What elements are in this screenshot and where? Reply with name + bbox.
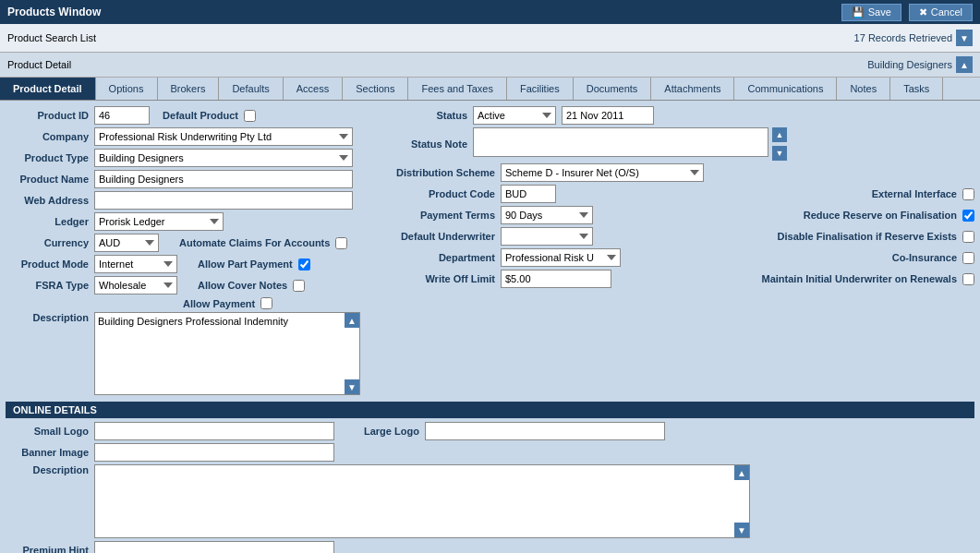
collapse-button[interactable]: ▲: [956, 56, 973, 73]
tab-attachments[interactable]: Attachments: [651, 78, 734, 100]
product-mode-label: Product Mode: [6, 258, 89, 270]
product-id-row: Product ID Default Product: [6, 106, 375, 125]
breadcrumb-title: Product Detail: [7, 59, 71, 70]
tab-documents[interactable]: Documents: [574, 78, 652, 100]
premium-hint-input[interactable]: [94, 541, 334, 553]
ledger-select[interactable]: Prorisk Ledger: [94, 212, 224, 231]
tab-fees-taxes[interactable]: Fees and Taxes: [408, 78, 506, 100]
distribution-scheme-label: Distribution Scheme: [384, 167, 495, 178]
payment-terms-label: Payment Terms: [384, 210, 495, 221]
company-select[interactable]: Professional Risk Underwriting Pty Ltd: [94, 127, 353, 146]
status-date-input[interactable]: [562, 106, 654, 125]
small-logo-label: Small Logo: [6, 426, 89, 437]
distribution-scheme-select[interactable]: Scheme D - Insurer Net (O/S): [501, 163, 704, 182]
currency-select[interactable]: AUD: [94, 234, 159, 252]
window-title: Products Window: [7, 6, 101, 18]
allow-payment-checkbox[interactable]: [260, 297, 272, 309]
allow-cover-notes-checkbox[interactable]: [293, 280, 305, 292]
tab-sections[interactable]: Sections: [343, 78, 408, 100]
description-area: Building Designers Professional Indemnit…: [94, 312, 360, 395]
distribution-scheme-row: Distribution Scheme Scheme D - Insurer N…: [384, 163, 974, 182]
product-id-input[interactable]: [94, 106, 150, 125]
premium-hint-label: Premium Hint: [6, 545, 89, 553]
status-label: Status: [384, 110, 467, 121]
large-logo-input[interactable]: [425, 422, 665, 440]
online-description-area: ▲ ▼: [94, 464, 750, 538]
product-name-label: Product Name: [6, 174, 89, 185]
product-mode-row: Product Mode Internet Allow Part Payment: [6, 255, 375, 273]
product-type-select[interactable]: Building Designers: [94, 149, 353, 167]
tab-brokers[interactable]: Brokers: [158, 78, 220, 100]
department-label: Department: [384, 252, 495, 263]
product-name-input[interactable]: [94, 170, 353, 188]
default-underwriter-row: Default Underwriter Disable Finalisation…: [384, 227, 974, 246]
automate-claims-checkbox[interactable]: [335, 237, 347, 249]
tab-tasks[interactable]: Tasks: [890, 78, 943, 100]
breadcrumb-right: Building Designers ▲: [867, 56, 973, 73]
product-id-label: Product ID: [6, 110, 89, 121]
breadcrumb-context: Building Designers: [867, 59, 952, 70]
product-type-row: Product Type Building Designers: [6, 149, 375, 167]
status-note-input[interactable]: [473, 127, 768, 157]
description-label: Description: [6, 312, 89, 323]
tab-access[interactable]: Access: [284, 78, 343, 100]
tab-product-detail[interactable]: Product Detail: [0, 78, 96, 100]
company-row: Company Professional Risk Underwriting P…: [6, 127, 375, 146]
currency-row: Currency AUD Automate Claims For Account…: [6, 234, 375, 252]
cancel-icon: ✖: [919, 6, 927, 18]
allow-payment-text-label: Allow Payment: [183, 298, 255, 309]
small-logo-input[interactable]: [94, 422, 334, 440]
ledger-label: Ledger: [6, 216, 89, 227]
cancel-button[interactable]: ✖ Cancel: [909, 4, 973, 21]
default-product-checkbox[interactable]: [244, 110, 256, 122]
desc-scroll-up-button[interactable]: ▲: [345, 313, 359, 328]
large-logo-label: Large Logo: [364, 426, 419, 437]
product-code-input[interactable]: [501, 185, 556, 203]
online-desc-scroll-down[interactable]: ▼: [734, 523, 749, 537]
description-text: Building Designers Professional Indemnit…: [95, 313, 359, 330]
fsra-type-select[interactable]: Wholesale: [94, 276, 177, 295]
tab-notes[interactable]: Notes: [837, 78, 890, 100]
write-off-limit-input[interactable]: [501, 270, 611, 288]
tab-facilities[interactable]: Facilities: [507, 78, 574, 100]
disable-finalisation-checkbox[interactable]: [962, 231, 974, 243]
tab-bar: Product Detail Options Brokers Defaults …: [0, 78, 980, 101]
allow-part-payment-checkbox[interactable]: [298, 258, 310, 270]
title-bar: Products Window 💾 Save ✖ Cancel: [0, 0, 980, 24]
expand-button[interactable]: ▼: [956, 30, 973, 46]
online-description-label: Description: [6, 464, 89, 475]
default-underwriter-select[interactable]: [501, 227, 593, 246]
tab-options[interactable]: Options: [96, 78, 158, 100]
allow-part-payment-label: Allow Part Payment: [198, 258, 293, 270]
product-name-row: Product Name: [6, 170, 375, 188]
maintain-initial-checkbox[interactable]: [962, 273, 974, 285]
status-row: Status Active: [384, 106, 974, 125]
tab-defaults[interactable]: Defaults: [219, 78, 283, 100]
co-insurance-checkbox[interactable]: [962, 252, 974, 264]
online-desc-scroll-up[interactable]: ▲: [734, 465, 749, 480]
department-select[interactable]: Professional Risk U: [501, 248, 621, 267]
status-note-scroll-up[interactable]: ▲: [772, 127, 787, 142]
tab-communications[interactable]: Communications: [734, 78, 837, 100]
desc-scroll-down-button[interactable]: ▼: [345, 379, 359, 394]
save-button[interactable]: 💾 Save: [841, 4, 901, 21]
reduce-reserve-checkbox[interactable]: [962, 210, 974, 222]
product-code-row: Product Code External Interface: [384, 185, 974, 203]
payment-terms-select[interactable]: 90 Days: [501, 206, 593, 224]
web-address-input[interactable]: [94, 191, 353, 210]
reduce-reserve-label: Reduce Reserve on Finalisation: [804, 210, 957, 221]
status-note-row: Status Note ▲ ▼: [384, 127, 974, 161]
online-details-header: ONLINE DETAILS: [6, 402, 974, 418]
allow-payment-row: Allow Payment: [6, 297, 375, 309]
right-column: Status Active Status Note ▲ ▼ Distributi…: [384, 106, 974, 398]
banner-image-input[interactable]: [94, 443, 334, 462]
currency-label: Currency: [6, 237, 89, 248]
records-info: 17 Records Retrieved ▼: [854, 30, 973, 46]
external-interface-checkbox[interactable]: [962, 188, 974, 200]
status-note-scroll-down[interactable]: ▼: [772, 146, 787, 161]
status-select[interactable]: Active: [473, 106, 556, 125]
product-mode-select[interactable]: Internet: [94, 255, 177, 273]
payment-terms-row: Payment Terms 90 Days Reduce Reserve on …: [384, 206, 974, 224]
fsra-row: FSRA Type Wholesale Allow Cover Notes: [6, 276, 375, 295]
logo-row: Small Logo Large Logo: [6, 422, 974, 440]
